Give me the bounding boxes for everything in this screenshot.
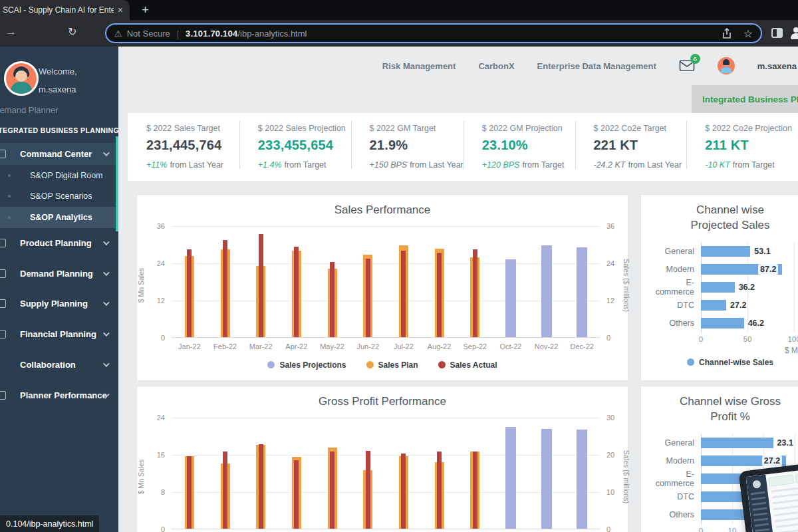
sidebar-item-sop-scenarios[interactable]: S&OP Scenarios	[0, 186, 118, 207]
y-axis-tick-right: 36	[606, 222, 614, 230]
bar-sales-actual-Mar-22	[259, 234, 263, 337]
y-axis-tick-right: 30	[606, 414, 614, 422]
bar-group-Apr-22	[279, 226, 315, 337]
x-tick-Jan-22: Jan-22	[172, 342, 207, 350]
sidebar-item-financial-planning[interactable]: Financial Planning	[0, 319, 118, 350]
top-navigation: Risk Management CarbonX Enterprise Data …	[382, 47, 797, 85]
kpi-card-1: $ 2022 Sales Projection233,455,654+1.4%f…	[239, 113, 351, 181]
plot: 00121224243636$ Mn SalesSales ($ million…	[172, 226, 600, 338]
sidebar-item-product-planning[interactable]: Product Planning	[0, 228, 118, 259]
kpi-label: $ 2022 Sales Projection	[258, 124, 351, 133]
x-tick-100: 100	[787, 335, 798, 343]
kpi-delta-value: -24.2 KT	[594, 160, 626, 170]
header-avatar[interactable]	[718, 57, 735, 74]
hbar-row-Modern: Modern87.2	[649, 261, 798, 279]
side-panel-icon[interactable]	[771, 28, 783, 38]
bar-group-Dec-22	[564, 226, 600, 337]
y-axis-tick-right: 0	[606, 334, 610, 342]
sidebar-item-sop-analytics[interactable]: S&OP Analytics	[0, 207, 118, 228]
chart-title: Sales Performance	[137, 203, 628, 218]
main-content: Risk Management CarbonX Enterprise Data …	[118, 47, 798, 532]
y-axis-title-left: $ Mn Sales	[137, 268, 145, 303]
hbar-row-E-commerce: E-commerce36.2	[649, 279, 798, 297]
nav-carbonx[interactable]: CarbonX	[478, 61, 514, 71]
browser-profile-icon[interactable]	[789, 26, 798, 41]
user-role: Demand Planner	[0, 105, 59, 115]
kpi-delta-value: -10 KT	[705, 160, 730, 170]
bar-General	[701, 438, 773, 448]
bar-groups	[172, 418, 600, 529]
kpi-card-3: $ 2022 GM Projection23.10%+120 BPSfrom T…	[464, 113, 575, 181]
share-icon[interactable]	[722, 28, 732, 39]
channel-projected-sales-card: Channel wise Projected Sales General53.1…	[640, 194, 798, 381]
bar-sales-projections-Dec-22	[577, 247, 587, 337]
hbar-row-Others: Others46.2	[649, 315, 798, 332]
sidebar-item-supply-planning[interactable]: Supply Planning	[0, 289, 118, 319]
channel-wise-projected-sales-plot-area: General53.1Modern87.2E-commerce36.2DTC27…	[649, 243, 798, 348]
bullet-icon	[8, 216, 11, 219]
bar-group-Jun-22	[350, 418, 386, 529]
legend-label: Sales Actual	[450, 360, 497, 370]
bookmark-star-icon[interactable]: ☆	[743, 27, 753, 40]
kpi-row: $ 2022 Sales Target231,445,764+11%from L…	[128, 113, 798, 181]
sidebar-item-collaboration[interactable]: Collaboration	[0, 350, 118, 380]
legend-item-sales-projections[interactable]: Sales Projections	[267, 360, 346, 370]
bar-group-Mar-22	[243, 226, 279, 337]
category-label: Modern	[649, 456, 701, 466]
bar-group-Jul-22	[386, 418, 422, 529]
sidebar-item-command-center[interactable]: Command Center	[0, 143, 118, 165]
legend-item-sales-plan[interactable]: Sales Plan	[366, 360, 418, 370]
browser-tab[interactable]: SCAI - Supply Chain AI for Ente ×	[0, 0, 130, 20]
bar-sales-actual-Jul-22	[401, 251, 406, 337]
header-username[interactable]: m.saxena	[757, 61, 797, 71]
address-bar[interactable]: ⚠ Not Secure | 3.101.70.104 /ibp-analyti…	[105, 23, 762, 43]
y-axis-tick-left: 0	[161, 334, 165, 342]
bar-sales-actual-Sep-22	[473, 452, 477, 529]
sidebar-item-sop-digital-room[interactable]: S&OP Digital Room	[0, 165, 118, 186]
forward-icon[interactable]: →	[5, 25, 17, 39]
tab-close-icon[interactable]: ×	[118, 5, 123, 15]
y-axis-tick-right: 0	[606, 525, 610, 532]
bar-group-May-22	[315, 226, 350, 337]
plot: 0081016202430$ Mn SalesSales ($ millions…	[172, 418, 600, 529]
kpi-delta: +1.4%from Target	[258, 160, 351, 170]
bar-sales-projections-Oct-22	[505, 427, 516, 529]
y-axis-tick-left: 16	[157, 451, 165, 459]
gross-profit-performance-plot-area: 0081016202430$ Mn SalesSales ($ millions…	[172, 418, 600, 532]
reload-icon[interactable]: ↻	[68, 25, 76, 38]
sidebar-item-demand-planning[interactable]: Demand Planning	[0, 258, 118, 289]
legend-item-channel-wise-sales[interactable]: Channel-wise Sales	[687, 358, 773, 367]
y-axis-tick-right: 10	[606, 488, 614, 496]
nav-risk-management[interactable]: Risk Management	[382, 61, 456, 71]
bar-sales-projections-Oct-22	[505, 259, 516, 337]
chevron-down-icon	[103, 300, 110, 307]
x-axis-ticks: 050100$ Mn	[649, 335, 798, 348]
bar-sales-actual-May-22	[330, 452, 334, 529]
bar-group-Apr-22	[279, 418, 315, 529]
hbar-row-DTC: DTC27.2	[649, 297, 798, 315]
bar-sales-actual-Apr-22	[294, 247, 299, 337]
tab-integrated-business-planning[interactable]: Integrated Business Planning	[692, 85, 798, 113]
bar-sales-actual-Jun-22	[366, 259, 370, 337]
kpi-delta-suffix: from Target	[733, 160, 775, 170]
mail-button[interactable]: 6	[679, 59, 695, 72]
bar-track: 53.1	[701, 246, 794, 257]
bullet-icon	[8, 195, 11, 198]
kpi-label: $ 2022 Sales Target	[146, 124, 239, 133]
url-path: /ibp-analytics.html	[237, 29, 307, 39]
x-tick-Mar-22: Mar-22	[243, 342, 279, 350]
x-tick-Aug-22: Aug-22	[422, 342, 458, 350]
chevron-down-icon	[103, 330, 110, 336]
nav-enterprise-data-management[interactable]: Enterprise Data Management	[537, 61, 656, 71]
tab-title: SCAI - Supply Chain AI for Ente	[3, 5, 114, 15]
sidebar-item-planner-performance[interactable]: Planner Performance	[0, 380, 118, 410]
kpi-card-4: $ 2022 Co2e Target221 KT-24.2 KTfrom Las…	[575, 113, 687, 181]
y-axis-tick-left: 24	[157, 414, 165, 422]
user-avatar	[4, 61, 39, 96]
bar-group-Oct-22	[493, 418, 529, 529]
kpi-delta: -10 KTfrom Target	[705, 160, 798, 170]
legend-item-sales-actual[interactable]: Sales Actual	[438, 360, 497, 370]
new-tab-button[interactable]: +	[142, 3, 149, 20]
bar-group-Feb-22	[207, 418, 243, 529]
legend-dot	[687, 358, 694, 366]
